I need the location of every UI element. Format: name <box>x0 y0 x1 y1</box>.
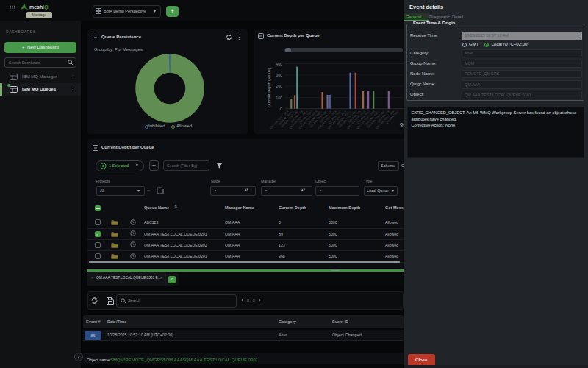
svg-text:Current Depth (Value): Current Depth (Value) <box>267 68 271 107</box>
svg-text:0: 0 <box>280 107 282 111</box>
svg-text:300: 300 <box>276 73 282 77</box>
svg-text:100: 100 <box>276 96 282 100</box>
svg-text:200: 200 <box>276 84 282 88</box>
svg-text:400: 400 <box>276 62 282 66</box>
